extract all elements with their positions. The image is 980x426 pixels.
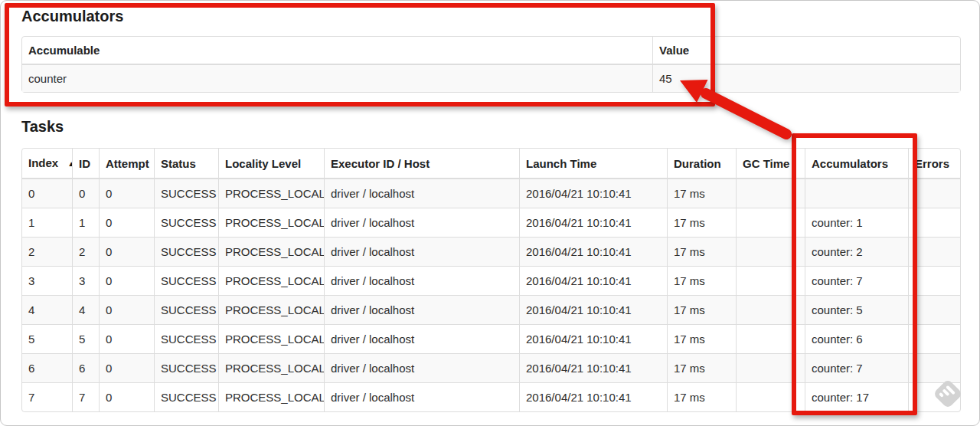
task-cell-gc [736,237,805,266]
task-cell-gc [736,353,805,382]
tasks-col-header-executor[interactable]: Executor ID / Host [324,149,519,179]
task-cell-accumulators [805,179,908,208]
task-cell-gc [736,382,805,411]
task-cell-index: 3 [22,266,72,295]
task-row: 110SUCCESSPROCESS_LOCALdriver / localhos… [22,208,960,237]
task-cell-id: 5 [72,324,99,353]
task-cell-id: 1 [72,208,99,237]
tasks-col-header-attempt[interactable]: Attempt [99,149,154,179]
task-cell-status: SUCCESS [154,353,218,382]
accumulable-name-cell: counter [22,65,652,92]
task-cell-accumulators: counter: 1 [805,208,908,237]
task-cell-errors [908,324,960,353]
column-label: Index [28,156,58,169]
task-cell-gc [736,179,805,208]
tasks-col-header-gc[interactable]: GC Time [736,149,805,179]
accumulators-table: Accumulable Value counter 45 [21,36,961,93]
task-cell-launch: 2016/04/21 10:10:41 [519,382,667,411]
task-cell-attempt: 0 [99,382,154,411]
task-cell-accumulators: counter: 17 [805,382,908,411]
task-cell-duration: 17 ms [667,179,736,208]
task-cell-index: 2 [22,237,72,266]
accumulators-header-row: Accumulable Value [22,37,960,65]
page-content: Accumulators Accumulable Value counter 4… [1,1,979,412]
task-cell-errors [908,353,960,382]
task-cell-id: 6 [72,353,99,382]
task-cell-accumulators: counter: 2 [805,237,908,266]
task-cell-accumulators: counter: 5 [805,295,908,324]
tasks-col-header-index[interactable]: Index▲ [22,149,72,179]
task-cell-launch: 2016/04/21 10:10:41 [519,353,667,382]
task-cell-attempt: 0 [99,208,154,237]
sort-ascending-icon: ▲ [67,159,72,168]
task-cell-index: 4 [22,295,72,324]
tasks-col-header-status[interactable]: Status [154,149,218,179]
task-cell-errors [908,237,960,266]
task-cell-id: 3 [72,266,99,295]
task-cell-id: 0 [72,179,99,208]
task-cell-attempt: 0 [99,266,154,295]
task-cell-duration: 17 ms [667,237,736,266]
task-cell-launch: 2016/04/21 10:10:41 [519,237,667,266]
task-cell-locality: PROCESS_LOCAL [218,382,324,411]
tasks-col-header-launch[interactable]: Launch Time [519,149,667,179]
task-cell-duration: 17 ms [667,382,736,411]
task-cell-locality: PROCESS_LOCAL [218,266,324,295]
tasks-col-header-accumulators[interactable]: Accumulators [805,149,908,179]
task-cell-accumulators: counter: 7 [805,353,908,382]
task-row: 440SUCCESSPROCESS_LOCALdriver / localhos… [22,295,960,324]
accumulable-value-cell: 45 [652,65,960,92]
tasks-col-header-duration[interactable]: Duration [667,149,736,179]
task-row: 330SUCCESSPROCESS_LOCALdriver / localhos… [22,266,960,295]
task-cell-index: 7 [22,382,72,411]
task-cell-locality: PROCESS_LOCAL [218,179,324,208]
task-cell-status: SUCCESS [154,179,218,208]
tasks-col-header-locality[interactable]: Locality Level [218,149,324,179]
tasks-col-header-errors[interactable]: Errors [908,149,960,179]
task-cell-launch: 2016/04/21 10:10:41 [519,295,667,324]
task-cell-attempt: 0 [99,353,154,382]
task-cell-executor: driver / localhost [324,266,519,295]
task-cell-duration: 17 ms [667,353,736,382]
task-cell-locality: PROCESS_LOCAL [218,324,324,353]
task-cell-locality: PROCESS_LOCAL [218,208,324,237]
task-cell-gc [736,266,805,295]
task-cell-accumulators: counter: 6 [805,324,908,353]
task-row: 660SUCCESSPROCESS_LOCALdriver / localhos… [22,353,960,382]
task-cell-status: SUCCESS [154,382,218,411]
task-cell-executor: driver / localhost [324,295,519,324]
column-label: GC Time [743,157,789,170]
tasks-table: Index▲IDAttemptStatusLocality LevelExecu… [21,148,961,412]
accumulator-row: counter 45 [22,65,960,92]
task-cell-executor: driver / localhost [324,353,519,382]
task-cell-locality: PROCESS_LOCAL [218,237,324,266]
task-cell-status: SUCCESS [154,208,218,237]
task-cell-attempt: 0 [99,295,154,324]
task-cell-index: 6 [22,353,72,382]
column-label: Duration [674,157,721,170]
task-cell-executor: driver / localhost [324,179,519,208]
column-label: Status [161,157,196,170]
task-cell-status: SUCCESS [154,266,218,295]
task-cell-gc [736,324,805,353]
column-label: Accumulators [812,157,888,170]
task-cell-accumulators: counter: 7 [805,266,908,295]
task-row: 220SUCCESSPROCESS_LOCALdriver / localhos… [22,237,960,266]
task-cell-id: 4 [72,295,99,324]
column-label: ID [79,157,90,170]
task-cell-errors [908,295,960,324]
task-cell-locality: PROCESS_LOCAL [218,295,324,324]
accumulators-section-title: Accumulators [21,8,958,25]
task-cell-index: 1 [22,208,72,237]
task-cell-duration: 17 ms [667,266,736,295]
task-cell-locality: PROCESS_LOCAL [218,353,324,382]
task-cell-executor: driver / localhost [324,324,519,353]
task-cell-status: SUCCESS [154,295,218,324]
task-cell-attempt: 0 [99,179,154,208]
column-label: Attempt [106,157,149,170]
tasks-col-header-id[interactable]: ID [72,149,99,179]
task-cell-duration: 17 ms [667,295,736,324]
tasks-header-row: Index▲IDAttemptStatusLocality LevelExecu… [22,149,960,179]
task-cell-gc [736,295,805,324]
task-cell-launch: 2016/04/21 10:10:41 [519,266,667,295]
